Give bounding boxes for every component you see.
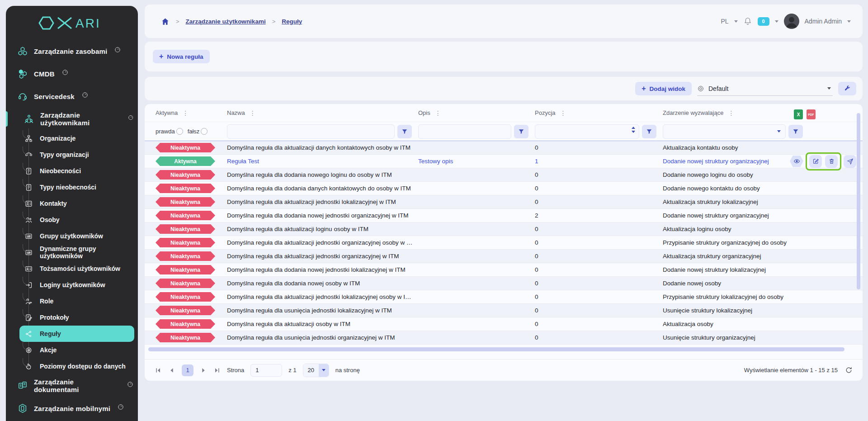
grid-settings-button[interactable] <box>838 82 856 95</box>
column-header-position[interactable]: Pozycja ⋮ <box>535 109 663 117</box>
app-logo[interactable]: ARI <box>6 6 138 40</box>
page-size-select[interactable]: 20 <box>303 364 329 377</box>
table-row[interactable]: Aktywna Reguła Test Testowy opis 1 Dodan… <box>145 155 863 168</box>
status-badge: Nieaktywna <box>156 333 215 342</box>
table-row[interactable]: Nieaktywna Domyślna reguła dla aktualiza… <box>145 250 863 263</box>
sidebar-subitem[interactable]: Typy organizacji <box>6 147 138 163</box>
edit-button[interactable] <box>809 155 822 168</box>
sidebar-item[interactable]: Zarządzanie zasobami <box>6 40 138 62</box>
avatar[interactable] <box>784 14 799 29</box>
sidebar-subitem[interactable]: Protokoły <box>6 309 138 326</box>
spinner-down-icon[interactable] <box>632 131 635 133</box>
add-view-button[interactable]: + Dodaj widok <box>635 82 692 95</box>
sidebar-item[interactable]: Zarządzanie użytkownikami <box>6 108 138 130</box>
table-row[interactable]: Nieaktywna Domyślna reguła dla usunięcia… <box>145 331 863 345</box>
page-number-input[interactable] <box>250 364 282 377</box>
sidebar-subitem[interactable]: Grupy użytkowników <box>6 228 138 244</box>
table-row[interactable]: Nieaktywna Domyślna reguła dla aktualiza… <box>145 222 863 236</box>
send-button[interactable] <box>844 155 856 168</box>
sidebar-subitem-label: Grupy użytkowników <box>40 232 103 240</box>
sidebar-subitem[interactable]: Typy nieobecności <box>6 179 138 195</box>
column-menu-icon[interactable]: ⋮ <box>250 109 256 117</box>
user-menu[interactable]: Admin Admin <box>805 18 842 25</box>
table-row[interactable]: Nieaktywna Domyślna reguła dla dodania n… <box>145 263 863 277</box>
preview-button[interactable] <box>790 156 803 167</box>
sidebar-subitem[interactable]: Akcje <box>6 342 138 358</box>
sidebar-subitem[interactable]: Reguły <box>19 326 134 342</box>
trigger-event-filter-button[interactable] <box>788 125 803 138</box>
position-filter-input[interactable] <box>535 125 639 138</box>
sidebar-subitem[interactable]: Dynamiczne grupy użytkowników <box>6 244 138 260</box>
radio-false[interactable] <box>201 128 208 135</box>
trigger-event-filter-input[interactable] <box>663 125 785 138</box>
description-filter-button[interactable] <box>514 125 528 138</box>
refresh-icon[interactable] <box>845 366 853 374</box>
table-row[interactable]: Nieaktywna Domyślna reguła dla aktualiza… <box>145 290 863 304</box>
previous-page-icon[interactable] <box>168 367 175 374</box>
notifications-bell-icon[interactable] <box>743 17 752 26</box>
next-page-icon[interactable] <box>200 367 207 374</box>
user-groups-icon <box>25 232 33 240</box>
table-row[interactable]: Nieaktywna Domyślna reguła dla aktualiza… <box>145 317 863 331</box>
column-menu-icon[interactable]: ⋮ <box>560 109 566 117</box>
sidebar-item[interactable]: Servicedesk <box>6 85 138 108</box>
actions-icon <box>25 346 33 354</box>
column-header-trigger-event[interactable]: Zdarzenie wyzwalające ⋮ <box>663 109 809 117</box>
sidebar-subitem[interactable]: Role <box>6 293 138 309</box>
rule-description-cell[interactable]: Testowy opis <box>418 158 535 165</box>
dropdown-caret-icon[interactable] <box>777 130 781 132</box>
last-page-icon[interactable] <box>213 367 221 374</box>
column-menu-icon[interactable]: ⋮ <box>182 109 189 117</box>
rule-position-cell[interactable]: 1 <box>535 158 663 165</box>
description-filter-input[interactable] <box>419 125 511 138</box>
name-filter-button[interactable] <box>397 125 412 138</box>
delete-button[interactable] <box>825 155 838 168</box>
sidebar-item[interactable]: Zarządzanie mobilnymi <box>6 397 138 420</box>
excel-export-icon[interactable]: X <box>794 109 803 119</box>
sidebar-subitem[interactable]: Loginy użytkowników <box>6 277 138 293</box>
home-icon[interactable] <box>161 17 170 26</box>
gauge-icon <box>118 404 124 410</box>
sidebar-subitem[interactable]: Osoby <box>6 212 138 228</box>
vertical-scrollbar[interactable] <box>857 113 860 289</box>
name-filter-input[interactable] <box>227 125 394 138</box>
rule-trigger-event-cell[interactable]: Dodanie nowej struktury organizacyjnej <box>663 158 809 165</box>
table-row[interactable]: Nieaktywna Domyślna reguła dla dodania n… <box>145 277 863 290</box>
sidebar-item[interactable]: Zarządzanie dokumentami <box>6 374 138 397</box>
chevron-down-icon[interactable] <box>847 20 851 23</box>
table-row[interactable]: Nieaktywna Domyślna reguła dla aktualiza… <box>145 236 863 250</box>
sidebar-subitem[interactable]: Poziomy dostępu do danych <box>6 358 138 374</box>
horizontal-scrollbar[interactable] <box>148 347 844 351</box>
sidebar-subitem[interactable]: Tożsamości użytkowników <box>6 260 138 277</box>
language-selector[interactable]: PL <box>721 18 728 25</box>
table-row[interactable]: Nieaktywna Domyślna reguła dla dodania n… <box>145 168 863 182</box>
sidebar-item[interactable]: CMDB <box>6 62 138 85</box>
first-page-icon[interactable] <box>155 367 162 374</box>
view-selector-dropdown[interactable]: Default <box>697 82 833 96</box>
table-row[interactable]: Nieaktywna Domyślna reguła dla aktualiza… <box>145 141 863 155</box>
radio-true[interactable] <box>176 128 183 135</box>
table-row[interactable]: Nieaktywna Domyślna reguła dla aktualiza… <box>145 195 863 209</box>
chevron-down-icon[interactable] <box>734 20 738 23</box>
column-menu-icon[interactable]: ⋮ <box>728 109 734 117</box>
breadcrumb-link-rules[interactable]: Reguły <box>282 18 302 25</box>
new-rule-button[interactable]: + Nowa reguła <box>153 50 210 63</box>
column-menu-icon[interactable]: ⋮ <box>435 109 441 117</box>
table-row[interactable]: Nieaktywna Domyślna reguła dla usunięcia… <box>145 304 863 317</box>
sidebar-subitem[interactable]: Organizacje <box>6 130 138 147</box>
chevron-down-icon[interactable] <box>775 20 778 23</box>
current-page-button[interactable]: 1 <box>182 364 193 376</box>
rule-trigger-event-cell: Dodanie nowej osoby <box>663 280 809 287</box>
column-header-name[interactable]: Nazwa ⋮ <box>227 109 418 117</box>
table-row[interactable]: Nieaktywna Domyślna reguła dla dodania d… <box>145 182 863 195</box>
breadcrumb-link-users[interactable]: Zarządzanie użytkownikami <box>186 18 266 25</box>
column-header-active[interactable]: Aktywna ⋮ <box>156 109 227 117</box>
column-header-description[interactable]: Opis ⋮ <box>418 109 535 117</box>
sidebar-subitem[interactable]: Kontakty <box>6 195 138 212</box>
pdf-export-icon[interactable]: PDF <box>807 109 816 119</box>
spinner-up-icon[interactable] <box>632 127 635 129</box>
table-row[interactable]: Nieaktywna Domyślna reguła dla dodania n… <box>145 209 863 222</box>
rule-name-cell[interactable]: Reguła Test <box>227 158 418 165</box>
sidebar-subitem[interactable]: Nieobecności <box>6 163 138 179</box>
position-filter-button[interactable] <box>642 125 656 138</box>
